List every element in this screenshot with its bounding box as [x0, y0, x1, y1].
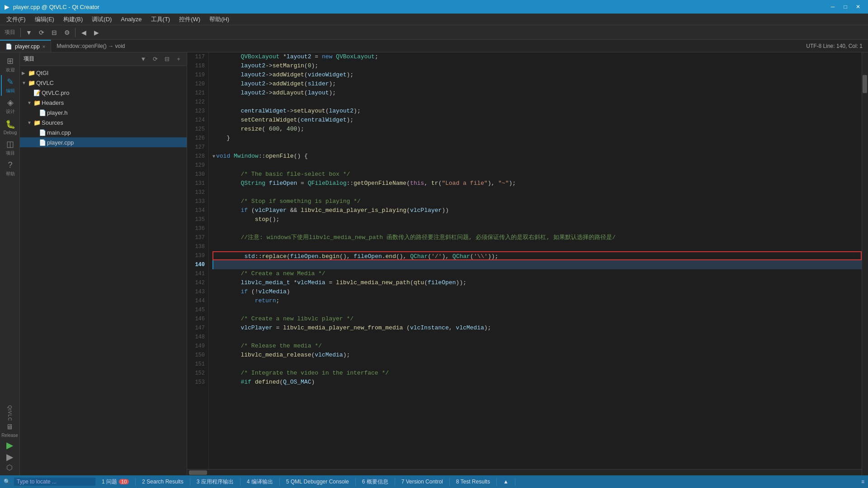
- h-icon: 📄: [39, 109, 46, 116]
- tree-item-playerh[interactable]: 📄 player.h: [20, 108, 187, 117]
- project-panel-header: 项目 ▼ ⟳ ⊟ +: [20, 52, 187, 66]
- proj-sync-btn[interactable]: ⟳: [151, 55, 160, 64]
- code-line-118: layout2->setMargin(0);: [212, 61, 862, 70]
- status-tab-expand[interactable]: ▲: [497, 478, 515, 486]
- code-editor[interactable]: 117 118 119 120 121 122 123 124 125 126 …: [187, 52, 862, 475]
- menu-item-d[interactable]: 调试(D): [87, 14, 116, 25]
- tree-item-qtvlc[interactable]: ▼ 📁 QtVLC: [20, 78, 187, 88]
- ln-137: 137: [187, 233, 205, 242]
- tree-item-headers[interactable]: ▼ 📁 Headers: [20, 98, 187, 108]
- menu-item-t[interactable]: 工具(T): [146, 14, 175, 25]
- menu-item-b[interactable]: 构建(B): [59, 14, 87, 25]
- status-tab-qml[interactable]: 5 QML Debugger Console: [280, 478, 356, 486]
- compile-label: 4 编译输出: [247, 478, 273, 486]
- proj-collapse-btn[interactable]: ⊟: [162, 55, 171, 64]
- status-tab-compile[interactable]: 4 编译输出: [241, 478, 280, 486]
- status-tab-tests[interactable]: 8 Test Results: [450, 478, 497, 486]
- code-line-143: if (!vlcMedia): [212, 287, 862, 296]
- ln-129: 129: [187, 161, 205, 170]
- status-tab-app-output[interactable]: 3 应用程序输出: [190, 478, 241, 486]
- ln-141: 141: [187, 269, 205, 278]
- menu-item-f[interactable]: 文件(F): [2, 14, 30, 25]
- ln-119: 119: [187, 70, 205, 80]
- tabbar: 📄 player.cpp × Mwindow::openFile() → voi…: [0, 40, 868, 52]
- tree-label-qtgi: QtGI: [36, 70, 48, 76]
- titlebar: ▶ player.cpp @ QtVLC - Qt Creator ─ □ ✕: [0, 0, 868, 14]
- toolbar-sync-btn[interactable]: ⟳: [36, 27, 47, 38]
- tab-close-btn[interactable]: ×: [42, 44, 45, 49]
- sidebar-edit-btn[interactable]: ✎ 编辑: [1, 75, 19, 96]
- ln-123: 123: [187, 107, 205, 116]
- device-icon[interactable]: 🖥: [6, 423, 13, 431]
- menu-item-analyze[interactable]: Analyze: [116, 14, 146, 25]
- close-button[interactable]: ✕: [853, 2, 863, 11]
- ln-144: 144: [187, 296, 205, 305]
- proj-add-btn[interactable]: +: [174, 55, 183, 64]
- code-line-135: stop();: [212, 215, 862, 224]
- code-line-120: layout2->addWidget(slider);: [212, 80, 862, 89]
- sidebar-design-btn[interactable]: ◈ 设计: [1, 96, 19, 117]
- status-tab-issues[interactable]: 1 问题 10: [95, 478, 136, 486]
- toolbar-back-btn[interactable]: ◀: [78, 27, 90, 38]
- issues-label: 1 问题: [102, 478, 117, 486]
- expand-icon: ▲: [503, 479, 509, 485]
- run-debug-button[interactable]: ▶: [6, 451, 13, 462]
- menu-icon[interactable]: ≡: [861, 479, 864, 485]
- tree-item-qtgi[interactable]: ▶ 📁 QtGI: [20, 68, 187, 78]
- v-scroll-thumb: [863, 75, 867, 93]
- tree-arrow-qtvlcpro: [27, 90, 33, 95]
- ln-134: 134: [187, 206, 205, 215]
- ln-125: 125: [187, 125, 205, 134]
- menu-item-e[interactable]: 编辑(E): [30, 14, 59, 25]
- code-line-153: #if defined(Q_OS_MAC): [212, 378, 862, 387]
- search-results-label: 2 Search Results: [142, 479, 183, 485]
- edit-icon: ✎: [7, 77, 14, 87]
- toolbar-forward-btn[interactable]: ▶: [90, 27, 102, 38]
- ln-135: 135: [187, 215, 205, 224]
- minimap-scrollbar[interactable]: [862, 52, 868, 475]
- ln-147: 147: [187, 324, 205, 333]
- tree-label-qtvlcpro: QtVLC.pro: [42, 89, 69, 96]
- sidebar-project-btn[interactable]: ◫ 项目: [1, 137, 19, 158]
- code-line-144: return;: [212, 296, 862, 305]
- minimize-button[interactable]: ─: [827, 2, 838, 11]
- toolbar-filter-btn[interactable]: ▼: [23, 27, 35, 38]
- tree-item-playercpp[interactable]: 📄 player.cpp: [20, 137, 187, 147]
- tree-item-qtvlcpro[interactable]: 📝 QtVLC.pro: [20, 88, 187, 98]
- code-line-142: libvlc_media_t *vlcMedia = libvlc_media_…: [212, 278, 862, 287]
- proj-filter-btn[interactable]: ▼: [139, 55, 148, 64]
- sidebar-help-btn[interactable]: ? 帮助: [1, 158, 19, 179]
- folder-icon-qtgi: 📁: [28, 69, 35, 76]
- menu-item-w[interactable]: 控件(W): [175, 14, 205, 25]
- sidebar-debug-btn[interactable]: 🐛 Debug: [1, 117, 19, 137]
- locate-input[interactable]: [14, 478, 95, 486]
- encoding-info: UTF-8 Line: 140, Col: 1: [806, 43, 863, 49]
- build-button[interactable]: ⬡: [6, 463, 13, 472]
- status-tab-summary[interactable]: 6 概要信息: [356, 478, 395, 486]
- folder-icon-qtvlc: 📁: [28, 79, 35, 86]
- code-line-134: if (vlcPlayer && libvlc_media_player_is_…: [212, 206, 862, 215]
- status-tab-search[interactable]: 2 Search Results: [136, 478, 190, 486]
- window-controls: ─ □ ✕: [827, 2, 863, 11]
- tree-item-maincpp[interactable]: 📄 main.cpp: [20, 127, 187, 137]
- ln-127: 127: [187, 143, 205, 152]
- code-line-127: [212, 143, 862, 152]
- toolbar-settings-btn[interactable]: ⚙: [61, 27, 73, 38]
- code-line-129: [212, 161, 862, 170]
- tree-item-sources[interactable]: ▼ 📁 Sources: [20, 117, 187, 127]
- release-project-label: QtVLC: [7, 405, 12, 421]
- run-button[interactable]: ▶: [6, 440, 13, 450]
- horizontal-scrollbar[interactable]: [187, 469, 862, 475]
- qml-label: 5 QML Debugger Console: [286, 479, 349, 485]
- ln-151: 151: [187, 360, 205, 369]
- maximize-button[interactable]: □: [840, 2, 851, 11]
- ln-132: 132: [187, 188, 205, 197]
- project-label: 项目: [2, 28, 18, 36]
- sidebar-welcome-btn[interactable]: ⊞ 欢迎: [1, 54, 19, 75]
- toolbar-collapse-btn[interactable]: ⊟: [48, 27, 60, 38]
- menu-item-h[interactable]: 帮助(H): [205, 14, 234, 25]
- file-tab-player-cpp[interactable]: 📄 player.cpp ×: [0, 40, 51, 52]
- status-tab-vcs[interactable]: 7 Version Control: [395, 478, 450, 486]
- ln-145: 145: [187, 305, 205, 314]
- folder-icon-headers: 📁: [33, 99, 41, 106]
